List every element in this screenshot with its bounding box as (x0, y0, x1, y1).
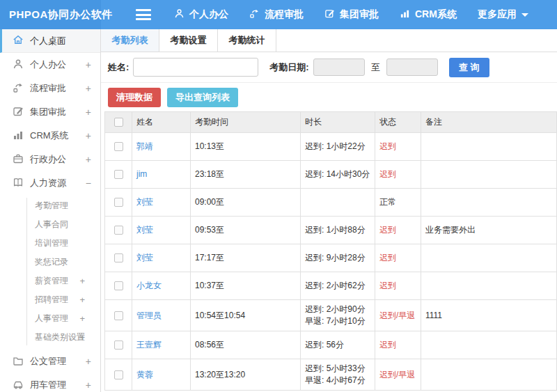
nav-label: 个人办公 (189, 8, 228, 21)
expand-plus-icon[interactable]: + (79, 328, 85, 347)
expand-plus-icon[interactable]: + (86, 379, 91, 391)
expand-plus-icon[interactable]: + (86, 356, 91, 367)
row-checkbox[interactable] (114, 370, 123, 379)
sidebar-item-group-approval[interactable]: 集团审批 + (0, 100, 100, 124)
sidebar-item-label: 流程审批 (30, 82, 66, 95)
row-checkbox[interactable] (114, 340, 123, 350)
sidebar-subitem-label: 薪资管理 (35, 276, 68, 285)
attendance-time: 09:00至 (191, 189, 301, 217)
employee-name-link[interactable]: 王壹辉 (136, 340, 162, 350)
top-header: PHPOA协同办公软件 个人办公 流程审批 集团审批 CRM系统 更多应用 (0, 0, 557, 29)
duration (301, 189, 375, 217)
attendance-date-label: 考勤日期: (269, 61, 308, 74)
employee-name-link[interactable]: jim (136, 169, 147, 179)
remark (421, 331, 557, 359)
sidebar-item-crm[interactable]: CRM系统 + (0, 124, 100, 148)
name-input[interactable] (133, 58, 258, 77)
employee-name-link[interactable]: 管理员 (136, 311, 162, 320)
sidebar-subitem-hr-contract[interactable]: 人事合同 (0, 215, 100, 234)
row-checkbox[interactable] (114, 253, 123, 262)
expand-plus-icon[interactable]: + (79, 290, 85, 309)
remark (421, 359, 557, 391)
flow-icon (249, 8, 265, 21)
col-header-name: 姓名 (132, 112, 191, 133)
query-button[interactable]: 查 询 (449, 58, 489, 77)
user-icon (13, 58, 30, 72)
expand-plus-icon[interactable]: + (79, 272, 85, 290)
nav-item-crm[interactable]: CRM系统 (389, 0, 467, 29)
remark: 业务需要外出 (421, 217, 557, 244)
user-icon (174, 8, 189, 21)
nav-item-more-apps[interactable]: 更多应用 (467, 0, 539, 29)
sidebar-item-workflow-approval[interactable]: 流程审批 + (0, 77, 100, 100)
sidebar-subitem-salary-mgmt[interactable]: 薪资管理+ (0, 272, 100, 290)
sidebar-item-admin-office[interactable]: 行政办公 + (0, 148, 100, 171)
filter-bar: 姓名: 考勤日期: 至 查 询 (101, 52, 557, 83)
tab-attendance-list[interactable]: 考勤列表 (101, 29, 159, 52)
remark (421, 244, 557, 272)
duration: 迟到: 2小时62分 (301, 272, 375, 300)
chart-icon (13, 130, 30, 143)
expand-plus-icon[interactable]: + (86, 107, 91, 118)
expand-plus-icon[interactable]: + (86, 83, 91, 94)
status-badge: 迟到/早退 (375, 359, 421, 391)
table-row: 管理员 10:54至10:54 迟到: 2小时90分早退: 7小时10分 迟到/… (105, 300, 557, 331)
select-all-checkbox[interactable] (114, 118, 123, 127)
attendance-time: 17:17至 (191, 244, 301, 272)
attendance-time: 10:37至 (191, 272, 301, 300)
remark (421, 161, 557, 189)
expand-plus-icon[interactable]: + (86, 130, 91, 141)
attendance-time: 10:13至 (191, 133, 301, 161)
attendance-table-wrap: 姓名 考勤时间 时长 状态 备注 郭靖 10:13至 迟到: 1小时22分 迟到 (104, 111, 557, 392)
row-checkbox[interactable] (114, 281, 123, 290)
sidebar-item-label: 行政办公 (30, 153, 66, 166)
employee-name-link[interactable]: 黄蓉 (136, 370, 153, 379)
sidebar-item-label: 公文管理 (30, 355, 66, 368)
sidebar-item-personal-desktop[interactable]: 个人桌面 (0, 29, 100, 53)
nav-item-personal-office[interactable]: 个人办公 (164, 0, 239, 29)
nav-item-workflow-approval[interactable]: 流程审批 (239, 0, 314, 29)
employee-name-link[interactable]: 刘莹 (136, 225, 153, 235)
tab-attendance-stats[interactable]: 考勤统计 (218, 29, 276, 52)
sidebar-subitem-personnel-mgmt[interactable]: 人事管理+ (0, 309, 100, 328)
employee-name-link[interactable]: 刘莹 (136, 197, 153, 207)
status-badge: 迟到 (375, 133, 421, 161)
employee-name-link[interactable]: 小龙女 (136, 281, 162, 290)
date-from-input[interactable] (313, 58, 365, 76)
col-header-time: 考勤时间 (191, 112, 301, 133)
sidebar-subitem-recruit-mgmt[interactable]: 招聘管理+ (0, 290, 100, 309)
to-label: 至 (371, 61, 380, 74)
expand-plus-icon[interactable]: + (86, 59, 91, 70)
nav-item-group-approval[interactable]: 集团审批 (314, 0, 389, 29)
row-checkbox[interactable] (114, 142, 123, 151)
employee-name-link[interactable]: 刘莹 (136, 253, 153, 262)
expand-plus-icon[interactable]: + (79, 309, 85, 328)
employee-name-link[interactable]: 郭靖 (136, 141, 153, 151)
row-checkbox[interactable] (114, 226, 123, 235)
sidebar-item-document-mgmt[interactable]: 公文管理 + (0, 350, 100, 373)
nav-label: CRM系统 (415, 8, 457, 21)
table-row: 小龙女 10:37至 迟到: 2小时62分 迟到 (105, 272, 557, 300)
sidebar-item-human-resources[interactable]: 人力资源 − (0, 171, 100, 195)
status-badge: 迟到 (375, 217, 421, 244)
row-checkbox[interactable] (114, 311, 123, 320)
chart-icon (400, 8, 415, 21)
tab-attendance-settings[interactable]: 考勤设置 (159, 29, 218, 52)
remark (421, 189, 557, 217)
date-to-input[interactable] (386, 58, 438, 76)
sidebar-item-personal-office[interactable]: 个人办公 + (0, 53, 100, 77)
sidebar-subitem-base-category[interactable]: 基础类别设置+ (0, 328, 100, 347)
export-list-button[interactable]: 导出查询列表 (167, 88, 238, 107)
sidebar-subitem-reward-punish[interactable]: 奖惩记录 (0, 253, 100, 272)
hamburger-menu-icon[interactable] (136, 9, 151, 20)
expand-plus-icon[interactable]: + (86, 154, 91, 165)
row-checkbox[interactable] (114, 198, 123, 207)
sidebar-subitem-attendance-mgmt[interactable]: 考勤管理 (0, 196, 100, 215)
sidebar-subitem-training-mgmt[interactable]: 培训管理 (0, 234, 100, 253)
collapse-minus-icon[interactable]: − (86, 178, 91, 189)
sidebar-item-vehicle-mgmt[interactable]: 用车管理 + (0, 373, 100, 392)
row-checkbox[interactable] (114, 170, 123, 179)
clean-data-button[interactable]: 清理数据 (108, 88, 161, 107)
folder-icon (13, 355, 30, 368)
col-header-duration: 时长 (301, 112, 375, 133)
